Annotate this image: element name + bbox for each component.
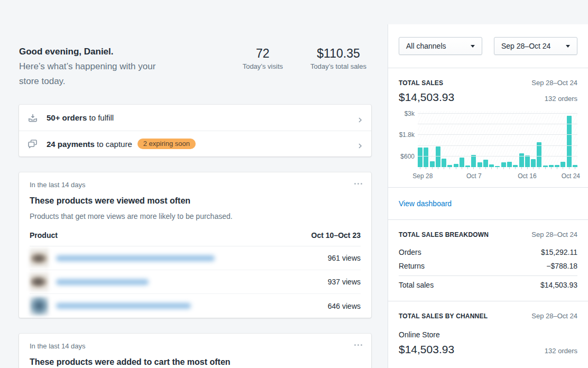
chart-plot-area [418,111,577,167]
sales-bar [543,165,548,167]
orders-rest-text: to fulfill [87,113,114,122]
most-viewed-products-card: In the last 14 days These products were … [19,172,371,318]
chart-gridline [418,113,577,114]
total-sales-label: TOTAL SALES [399,79,443,87]
sales-bar [519,153,524,167]
x-axis-tick-label: Oct 7 [466,172,482,180]
x-axis-tick-label: Oct 16 [518,172,536,180]
greeting-subtitle-line1: Here’s what’s happening with your [19,59,231,74]
sales-bar [507,162,512,167]
date-range-select[interactable]: Sep 28–Oct 24 [494,37,577,55]
x-axis-tick-label: Sep 28 [412,172,433,180]
today-stats: 72 Today’s visits $110.35 Today’s total … [243,44,366,70]
chevron-down-icon [566,45,570,48]
sales-bar [555,165,559,167]
orders-inbox-icon [27,113,38,123]
chevron-down-icon [471,45,475,48]
y-axis-tick-label: $600 [400,153,415,160]
sales-sidebar: All channels Sep 28–Oct 24 TOTAL SALES S… [388,24,588,368]
orders-to-fulfill-row[interactable]: 50+ orders to fulfill [19,105,371,131]
product-views: 961 views [328,254,361,262]
sales-bar [573,165,577,167]
chart-y-axis-labels: $600$1.8k$3k [399,111,418,167]
action-items-card: 50+ orders to fulfill 24 payments to cap… [19,105,371,157]
overflow-menu-icon[interactable] [352,180,364,187]
home-main-column: Good evening, Daniel. Here’s what’s happ… [0,0,388,368]
orders-to-fulfill-text: 50+ orders to fulfill [47,113,114,122]
sales-bar [460,158,464,167]
card-subtitle: Products that get more views are more li… [30,212,361,220]
sales-bar [483,160,488,167]
sales-bar [537,142,541,167]
greeting-text: Good evening, Daniel. Here’s what’s happ… [19,44,231,89]
sales-bar [436,146,440,167]
product-views: 646 views [328,302,361,310]
total-sales-section: TOTAL SALES Sep 28–Oct 24 $14,503.93 132… [388,68,588,187]
todays-total-sales-label: Today’s total sales [310,62,366,70]
card-kicker: In the last 14 days [30,181,361,189]
product-name-link-redacted[interactable] [56,255,215,261]
breakdown-row-returns: Returns −$788.18 [399,259,577,273]
greeting-section: Good evening, Daniel. Here’s what’s happ… [19,44,372,89]
product-name-link-redacted[interactable] [56,279,149,285]
breakdown-label: TOTAL SALES BREAKDOWN [399,231,489,238]
payments-count-bold: 24 payments [47,140,95,149]
todays-total-sales-value: $110.35 [310,45,366,61]
product-thumbnail [30,272,49,291]
product-table-header: Product Oct 10–Oct 23 [30,231,361,246]
added-to-cart-card: In the last 14 days These products were … [19,334,371,368]
date-range-column-header: Oct 10–Oct 23 [311,231,361,240]
sales-bar [454,164,458,167]
payments-icon [27,139,38,149]
chart-gridline [418,145,577,146]
product-views: 937 views [328,278,361,286]
channel-filter-select[interactable]: All channels [399,37,482,55]
sales-bar [525,155,530,167]
card-title: These products were added to cart the mo… [30,357,361,367]
product-row: 937 views [30,270,361,294]
sales-bar [495,166,500,167]
channel-amount: $14,503.93 [399,343,454,356]
channel-filter-value: All channels [406,42,446,50]
y-axis-tick-label: $3k [405,110,415,117]
sales-bar [418,148,422,167]
greeting-subtitle-line2: store today. [19,74,231,89]
breakdown-total-label: Total sales [399,281,434,289]
todays-visits-label: Today’s visits [243,62,283,70]
breakdown-row-orders: Orders $15,292.11 [399,245,577,259]
overflow-menu-icon[interactable] [352,341,364,348]
date-range-value: Sep 28–Oct 24 [501,42,550,50]
sales-bar [477,162,482,167]
chevron-right-icon [357,115,363,121]
total-sales-amount: $14,503.93 [399,91,454,104]
payments-to-capture-text: 24 payments to capture [47,140,132,149]
sidebar-filters: All channels Sep 28–Oct 24 [388,24,588,68]
sales-bar [424,148,428,167]
chevron-right-icon [357,141,363,146]
breakdown-row-total: Total sales $14,503.93 [399,275,577,291]
chart-gridline [418,134,577,135]
sales-bar [430,161,435,167]
total-sales-breakdown-section: TOTAL SALES BREAKDOWN Sep 28–Oct 24 Orde… [388,220,588,301]
chart-gridline [418,156,577,157]
todays-visits-value: 72 [243,45,283,61]
card-kicker: In the last 14 days [30,342,361,350]
payments-to-capture-row[interactable]: 24 payments to capture 2 expiring soon [19,131,371,157]
breakdown-returns-value: −$788.18 [546,262,577,270]
view-dashboard-link[interactable]: View dashboard [399,199,452,208]
payments-rest-text: to capture [95,140,132,149]
chart-x-axis-labels: Sep 28Oct 7Oct 16Oct 24 [418,171,577,182]
breakdown-orders-value: $15,292.11 [541,248,577,256]
channel-name: Online Store [399,330,577,339]
sales-bar [471,155,476,167]
by-channel-date-range: Sep 28–Oct 24 [531,312,577,320]
product-thumbnail [30,297,49,316]
by-channel-label: TOTAL SALES BY CHANNEL [399,312,488,320]
product-thumbnail [30,249,49,268]
todays-visits-stat: 72 Today’s visits [243,45,283,70]
product-name-link-redacted[interactable] [56,303,191,309]
total-sales-by-channel-section: TOTAL SALES BY CHANNEL Sep 28–Oct 24 Onl… [388,301,588,356]
greeting-title: Good evening, Daniel. [19,44,231,59]
product-row: 961 views [30,246,361,270]
total-sales-bar-chart: $600$1.8k$3k Sep 28Oct 7Oct 16Oct 24 [399,111,577,187]
